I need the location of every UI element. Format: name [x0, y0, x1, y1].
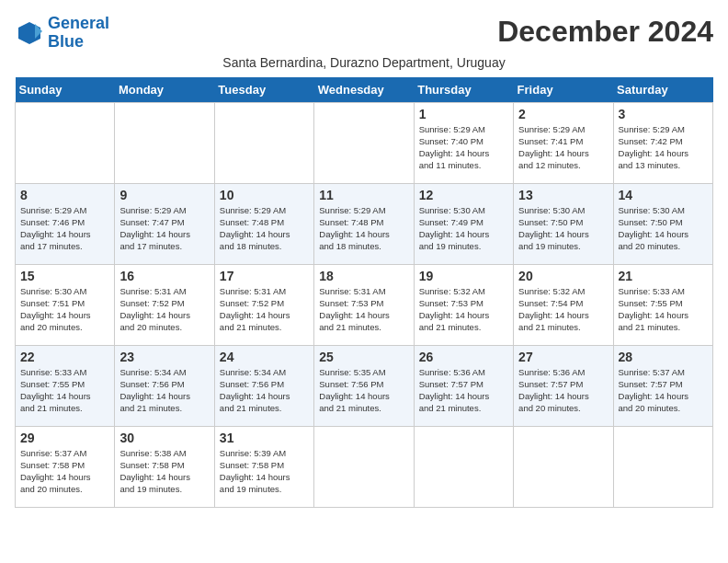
calendar-cell	[414, 426, 513, 507]
calendar-cell	[16, 102, 115, 183]
calendar-cell	[613, 426, 712, 507]
day-number: 12	[419, 188, 508, 202]
calendar-cell: 20Sunrise: 5:32 AM Sunset: 7:54 PM Dayli…	[514, 264, 613, 345]
calendar-week-row: 8Sunrise: 5:29 AM Sunset: 7:46 PM Daylig…	[16, 183, 713, 264]
weekday-header: Wednesday	[314, 77, 414, 103]
day-number: 1	[419, 107, 508, 121]
day-number: 29	[20, 431, 109, 445]
calendar-week-row: 29Sunrise: 5:37 AM Sunset: 7:58 PM Dayli…	[16, 426, 713, 507]
weekday-header: Tuesday	[214, 77, 313, 103]
calendar-week-row: 15Sunrise: 5:30 AM Sunset: 7:51 PM Dayli…	[16, 264, 713, 345]
calendar-cell: 29Sunrise: 5:37 AM Sunset: 7:58 PM Dayli…	[16, 426, 115, 507]
day-number: 20	[518, 269, 608, 283]
day-info: Sunrise: 5:35 AM Sunset: 7:56 PM Dayligh…	[319, 366, 408, 415]
calendar-week-row: 22Sunrise: 5:33 AM Sunset: 7:55 PM Dayli…	[16, 345, 713, 426]
day-info: Sunrise: 5:39 AM Sunset: 7:58 PM Dayligh…	[220, 447, 309, 496]
calendar-cell: 16Sunrise: 5:31 AM Sunset: 7:52 PM Dayli…	[115, 264, 214, 345]
day-info: Sunrise: 5:36 AM Sunset: 7:57 PM Dayligh…	[419, 366, 508, 415]
calendar-table: SundayMondayTuesdayWednesdayThursdayFrid…	[15, 77, 713, 508]
weekday-header: Monday	[115, 77, 214, 103]
day-info: Sunrise: 5:34 AM Sunset: 7:56 PM Dayligh…	[220, 366, 309, 415]
calendar-cell: 8Sunrise: 5:29 AM Sunset: 7:46 PM Daylig…	[16, 183, 115, 264]
logo-icon	[15, 18, 44, 48]
day-info: Sunrise: 5:29 AM Sunset: 7:47 PM Dayligh…	[119, 204, 209, 253]
day-info: Sunrise: 5:38 AM Sunset: 7:58 PM Dayligh…	[119, 447, 209, 496]
day-number: 10	[220, 188, 309, 202]
logo-text: General Blue	[48, 15, 109, 52]
day-info: Sunrise: 5:29 AM Sunset: 7:41 PM Dayligh…	[518, 123, 608, 172]
day-number: 2	[518, 107, 608, 121]
calendar-cell	[115, 102, 214, 183]
day-info: Sunrise: 5:37 AM Sunset: 7:58 PM Dayligh…	[20, 447, 109, 496]
calendar-cell: 30Sunrise: 5:38 AM Sunset: 7:58 PM Dayli…	[115, 426, 214, 507]
header: General Blue December 2024	[15, 15, 713, 52]
logo: General Blue	[15, 15, 109, 52]
day-number: 13	[518, 188, 608, 202]
calendar-cell: 15Sunrise: 5:30 AM Sunset: 7:51 PM Dayli…	[16, 264, 115, 345]
day-info: Sunrise: 5:33 AM Sunset: 7:55 PM Dayligh…	[619, 285, 708, 334]
day-number: 31	[220, 431, 309, 445]
calendar-week-row: 1Sunrise: 5:29 AM Sunset: 7:40 PM Daylig…	[16, 102, 713, 183]
day-info: Sunrise: 5:37 AM Sunset: 7:57 PM Dayligh…	[619, 366, 708, 415]
calendar-cell: 18Sunrise: 5:31 AM Sunset: 7:53 PM Dayli…	[314, 264, 414, 345]
calendar-cell: 10Sunrise: 5:29 AM Sunset: 7:48 PM Dayli…	[214, 183, 313, 264]
calendar-cell: 26Sunrise: 5:36 AM Sunset: 7:57 PM Dayli…	[414, 345, 513, 426]
day-info: Sunrise: 5:36 AM Sunset: 7:57 PM Dayligh…	[518, 366, 608, 415]
weekday-header: Friday	[514, 77, 613, 103]
calendar-cell	[314, 426, 414, 507]
calendar-cell: 24Sunrise: 5:34 AM Sunset: 7:56 PM Dayli…	[214, 345, 313, 426]
calendar-cell: 12Sunrise: 5:30 AM Sunset: 7:49 PM Dayli…	[414, 183, 513, 264]
day-info: Sunrise: 5:30 AM Sunset: 7:51 PM Dayligh…	[20, 285, 109, 334]
calendar-cell: 31Sunrise: 5:39 AM Sunset: 7:58 PM Dayli…	[214, 426, 313, 507]
day-number: 28	[619, 350, 708, 364]
calendar-cell: 25Sunrise: 5:35 AM Sunset: 7:56 PM Dayli…	[314, 345, 414, 426]
calendar-cell	[314, 102, 414, 183]
subtitle: Santa Bernardina, Durazno Department, Ur…	[15, 55, 713, 70]
day-number: 17	[220, 269, 309, 283]
calendar-cell: 28Sunrise: 5:37 AM Sunset: 7:57 PM Dayli…	[613, 345, 712, 426]
day-number: 19	[419, 269, 508, 283]
calendar-header-row: SundayMondayTuesdayWednesdayThursdayFrid…	[16, 77, 713, 103]
day-info: Sunrise: 5:34 AM Sunset: 7:56 PM Dayligh…	[119, 366, 209, 415]
calendar-cell	[214, 102, 313, 183]
day-info: Sunrise: 5:31 AM Sunset: 7:52 PM Dayligh…	[119, 285, 209, 334]
calendar-cell: 1Sunrise: 5:29 AM Sunset: 7:40 PM Daylig…	[414, 102, 513, 183]
day-number: 16	[119, 269, 209, 283]
calendar-cell: 23Sunrise: 5:34 AM Sunset: 7:56 PM Dayli…	[115, 345, 214, 426]
calendar-cell: 2Sunrise: 5:29 AM Sunset: 7:41 PM Daylig…	[514, 102, 613, 183]
calendar-cell: 17Sunrise: 5:31 AM Sunset: 7:52 PM Dayli…	[214, 264, 313, 345]
day-number: 30	[119, 431, 209, 445]
day-info: Sunrise: 5:31 AM Sunset: 7:52 PM Dayligh…	[220, 285, 309, 334]
day-number: 25	[319, 350, 408, 364]
weekday-header: Sunday	[16, 77, 115, 103]
day-number: 15	[20, 269, 109, 283]
day-number: 9	[119, 188, 209, 202]
day-info: Sunrise: 5:29 AM Sunset: 7:46 PM Dayligh…	[20, 204, 109, 253]
calendar-cell: 27Sunrise: 5:36 AM Sunset: 7:57 PM Dayli…	[514, 345, 613, 426]
day-number: 21	[619, 269, 708, 283]
day-info: Sunrise: 5:30 AM Sunset: 7:50 PM Dayligh…	[518, 204, 608, 253]
day-info: Sunrise: 5:33 AM Sunset: 7:55 PM Dayligh…	[20, 366, 109, 415]
weekday-header: Thursday	[414, 77, 513, 103]
calendar-cell: 9Sunrise: 5:29 AM Sunset: 7:47 PM Daylig…	[115, 183, 214, 264]
month-title: December 2024	[497, 15, 713, 49]
calendar-body: 1Sunrise: 5:29 AM Sunset: 7:40 PM Daylig…	[16, 102, 713, 507]
day-info: Sunrise: 5:32 AM Sunset: 7:53 PM Dayligh…	[419, 285, 508, 334]
calendar-cell: 13Sunrise: 5:30 AM Sunset: 7:50 PM Dayli…	[514, 183, 613, 264]
day-number: 8	[20, 188, 109, 202]
day-number: 3	[619, 107, 708, 121]
day-number: 11	[319, 188, 408, 202]
day-number: 26	[419, 350, 508, 364]
calendar-cell: 14Sunrise: 5:30 AM Sunset: 7:50 PM Dayli…	[613, 183, 712, 264]
calendar-cell	[514, 426, 613, 507]
day-info: Sunrise: 5:29 AM Sunset: 7:40 PM Dayligh…	[419, 123, 508, 172]
day-number: 23	[119, 350, 209, 364]
calendar-cell: 21Sunrise: 5:33 AM Sunset: 7:55 PM Dayli…	[613, 264, 712, 345]
day-info: Sunrise: 5:29 AM Sunset: 7:42 PM Dayligh…	[619, 123, 708, 172]
day-info: Sunrise: 5:31 AM Sunset: 7:53 PM Dayligh…	[319, 285, 408, 334]
day-info: Sunrise: 5:29 AM Sunset: 7:48 PM Dayligh…	[319, 204, 408, 253]
calendar-cell: 19Sunrise: 5:32 AM Sunset: 7:53 PM Dayli…	[414, 264, 513, 345]
day-info: Sunrise: 5:30 AM Sunset: 7:50 PM Dayligh…	[619, 204, 708, 253]
day-number: 24	[220, 350, 309, 364]
day-number: 27	[518, 350, 608, 364]
